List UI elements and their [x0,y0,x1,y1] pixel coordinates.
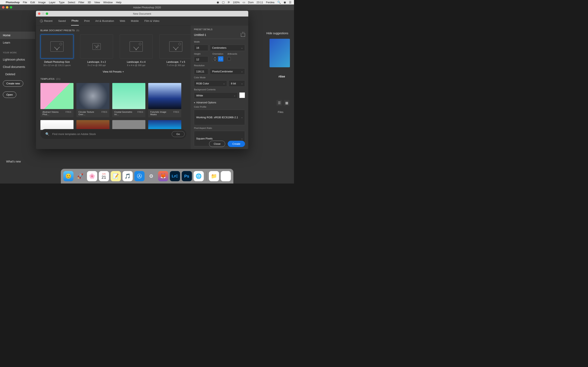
template-row2-3[interactable] [112,120,145,130]
tab-saved[interactable]: Saved [58,17,66,25]
sidebar-item-home[interactable]: Home [0,32,35,39]
menu-3d[interactable]: 3D [87,1,91,4]
menu-image[interactable]: Image [38,1,45,4]
dock-lightroom-classic[interactable]: LrC [170,171,180,181]
document-name-input[interactable]: Untitled-1 [194,33,206,36]
color-profile-select[interactable]: Working RGB: sRGB IEC61966-2.1⌄ [194,110,245,125]
dock-folder[interactable]: 📁 [209,171,219,181]
sidebar-item-lightroom[interactable]: Lightroom photos [0,56,35,63]
search-placeholder: Find more templates on Adobe Stock [52,133,169,136]
preset-landscape-3x2[interactable]: Landscape, 3 x 2 3 x 2 in @ 300 ppi [80,34,113,67]
close-window-button[interactable] [2,6,4,8]
height-label: Height [194,53,208,55]
app-menu[interactable]: Photoshop [6,1,20,4]
dialog-title: New Document [133,12,151,15]
resolution-input[interactable]: 118,11 [194,68,208,75]
tab-photo[interactable]: Photo [71,16,79,25]
tab-recent[interactable]: Recent [40,17,53,25]
preset-landscape-6x4[interactable]: Landscape, 6 x 4 6 x 4 in @ 300 ppi [120,34,153,67]
tab-mobile[interactable]: Mobile [130,17,139,25]
menu-select[interactable]: Select [68,1,75,4]
wifi-icon[interactable]: ⚞ [227,1,230,4]
dock-finder[interactable]: 😊 [63,171,73,181]
dock-notes[interactable]: 📝 [111,171,121,181]
preset-landscape-7x5[interactable]: Landscape, 7 x 5 7 x 5 in @ 300 ppi [159,34,191,67]
background-select[interactable]: White⌄ [194,92,238,99]
grid-view-icon[interactable]: ▦ [284,100,290,106]
tab-film[interactable]: Film & Video [144,17,160,25]
sidebar-item-deleted[interactable]: Deleted [0,71,35,78]
menu-help[interactable]: Help [116,1,121,4]
bit-depth-select[interactable]: 8 bit⌄ [229,80,245,87]
create-new-button[interactable]: Create new [3,80,23,87]
dock-launchpad[interactable]: 🚀 [75,171,85,181]
height-input[interactable]: 12 [194,56,208,63]
dock-music[interactable]: 🎵 [122,171,133,181]
dock-calendar[interactable]: JUN21 [99,171,109,181]
tab-print[interactable]: Print [84,17,90,25]
dock-photoshop[interactable]: Ps [182,171,192,181]
list-view-icon[interactable]: ☰ [277,100,282,106]
menu-filter[interactable]: Filter [78,1,84,4]
orientation-portrait-button[interactable] [212,56,218,62]
menu-layer[interactable]: Layer [49,1,56,4]
resolution-units-select[interactable]: Pixels/Centimeter⌄ [210,68,245,75]
template-row2-2[interactable] [76,120,109,130]
menu-type[interactable]: Type [59,1,65,4]
template-row2-4[interactable] [148,120,181,130]
menu-view[interactable]: View [94,1,100,4]
menu-window[interactable]: Window [103,1,113,4]
color-mode-select[interactable]: RGB Color⌄ [194,80,227,87]
user-name[interactable]: Ferdea [266,1,274,4]
dock-chrome[interactable]: 🌐 [194,171,204,181]
tab-art[interactable]: Art & Illustration [95,17,114,25]
color-profile-label: Color Profile [194,106,245,108]
close-button[interactable]: Close [209,141,225,147]
template-row2-1[interactable] [40,120,73,130]
create-button[interactable]: Create [228,141,245,147]
menu-edit[interactable]: Edit [30,1,35,4]
template-thumbnail [112,120,145,130]
dock-appstore[interactable]: Ⓐ [134,171,145,181]
preset-default-photoshop-size[interactable]: Default Photoshop Size 16 x 12 cm @ 118,… [40,34,73,67]
template-circular-texture[interactable]: Circular Texture Over…FREE [76,83,109,117]
dock-trash[interactable]: 🗑 [221,171,231,181]
go-button[interactable]: Go [172,131,185,137]
airplay-icon[interactable]: ▢ [222,1,225,4]
dock-photos[interactable]: 🌸 [87,171,97,181]
width-input[interactable]: 16 [194,45,208,51]
home-sidebar: Home Learn YOUR WORK Lightroom photos Cl… [0,10,35,184]
dialog-maximize-button[interactable] [46,12,48,15]
open-button[interactable]: Open [3,92,16,98]
battery-percent: 100% [233,1,240,4]
orientation-landscape-button[interactable] [218,56,223,62]
dialog-close-button[interactable] [38,12,40,15]
save-preset-icon[interactable] [241,33,245,37]
notification-center-icon[interactable]: ☰ [289,1,292,4]
siri-icon[interactable]: ◉ [284,1,286,4]
advanced-options-toggle[interactable]: Advanced Options [194,101,245,104]
units-select[interactable]: Centimeters⌄ [210,45,245,51]
background-color-swatch[interactable] [239,92,245,98]
minimize-window-button[interactable] [6,6,8,8]
creative-cloud-icon[interactable]: ◉ [217,1,219,4]
template-search-bar[interactable]: 🔍 Find more templates on Adobe Stock Go [40,129,186,139]
hide-suggestions-link[interactable]: Hide suggestions [267,32,288,35]
template-thumbnail [112,83,145,109]
battery-icon[interactable]: ▭ [242,1,245,4]
maximize-window-button[interactable] [10,6,12,8]
template-abstract-visions[interactable]: Abstract Visions Phot…FREE [40,83,73,117]
spotlight-icon[interactable]: 🔍 [277,1,281,4]
sidebar-item-learn[interactable]: Learn [0,39,35,46]
whats-new-link[interactable]: What's new [6,160,21,163]
template-futuristic-masks[interactable]: Futuristic Image MasksFREE [148,83,181,117]
dock-settings[interactable]: ⚙ [146,171,156,181]
clock-icon [40,20,43,22]
sidebar-item-cloud[interactable]: Cloud documents [0,63,35,71]
template-crystal-geometric[interactable]: Crystal Geometric Im…FREE [112,83,145,117]
menu-file[interactable]: File [23,1,27,4]
view-all-presets-link[interactable]: View All Presets + [40,70,186,73]
tab-web[interactable]: Web [120,17,126,25]
dock-firefox[interactable]: 🦊 [158,171,168,181]
artboards-checkbox[interactable] [227,57,231,60]
